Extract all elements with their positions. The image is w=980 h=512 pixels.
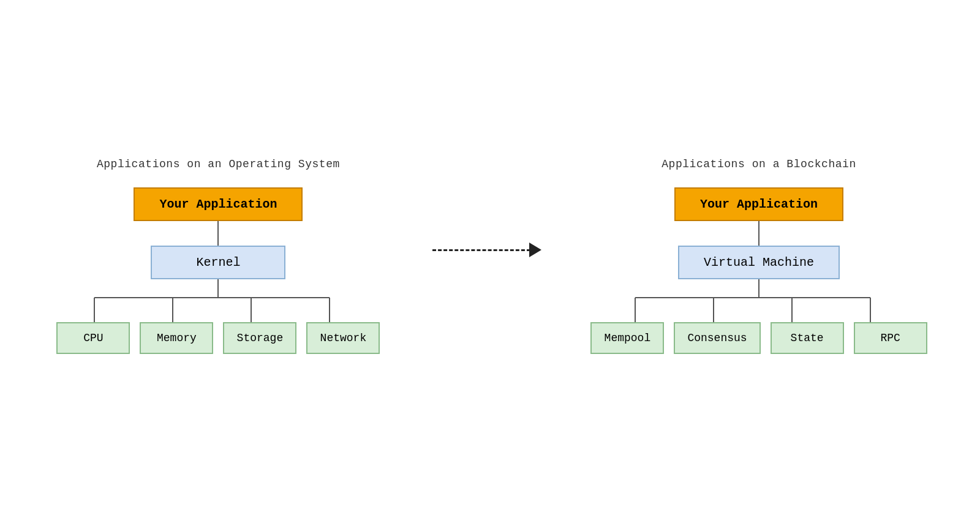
right-app-box: Your Application bbox=[674, 187, 843, 221]
left-kernel-box: Kernel bbox=[151, 246, 285, 279]
left-app-box: Your Application bbox=[134, 187, 303, 221]
right-leaf-rpc: RPC bbox=[854, 322, 927, 354]
right-leaf-state: State bbox=[771, 322, 844, 354]
right-leaf-mempool: Mempool bbox=[590, 322, 664, 354]
left-diagram: Applications on an Operating System Your… bbox=[53, 158, 383, 354]
main-container: Applications on an Operating System Your… bbox=[0, 158, 980, 354]
arrow-section bbox=[432, 243, 541, 257]
left-diagram-title: Applications on an Operating System bbox=[97, 158, 340, 170]
right-leaf-consensus: Consensus bbox=[674, 322, 760, 354]
left-tree: Your Application Kernel CPU bbox=[53, 187, 383, 354]
right-diagram: Applications on a Blockchain Your Applic… bbox=[590, 158, 927, 354]
left-leaf-cpu: CPU bbox=[56, 322, 130, 354]
right-tree-svg bbox=[594, 279, 924, 322]
arrow-dashed-line bbox=[432, 249, 530, 251]
right-line-1 bbox=[758, 221, 760, 246]
left-leaf-nodes: CPU Memory Storage Network bbox=[56, 322, 380, 354]
right-leaf-nodes: Mempool Consensus State RPC bbox=[590, 322, 927, 354]
left-tree-svg bbox=[53, 279, 383, 322]
left-line-1 bbox=[217, 221, 219, 246]
right-diagram-title: Applications on a Blockchain bbox=[662, 158, 856, 170]
left-leaf-memory: Memory bbox=[140, 322, 213, 354]
arrow-head bbox=[529, 243, 541, 257]
right-tree: Your Application Virtual Machine Mempool… bbox=[590, 187, 927, 354]
left-leaf-network: Network bbox=[306, 322, 380, 354]
left-leaf-storage: Storage bbox=[223, 322, 296, 354]
right-vm-box: Virtual Machine bbox=[678, 246, 840, 279]
